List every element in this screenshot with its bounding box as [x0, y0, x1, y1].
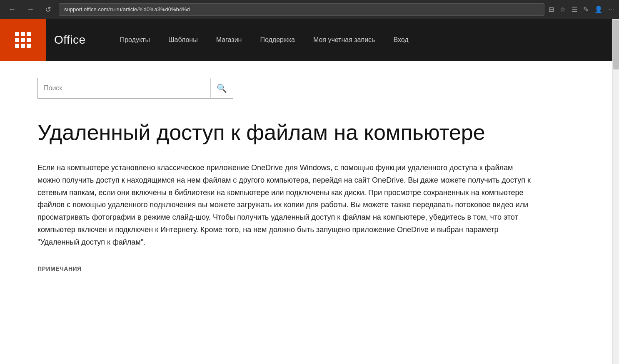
nav-templates[interactable]: Шаблоны — [159, 19, 207, 61]
address-bar[interactable]: support.office.com/ru-ru/article/%d0%a3%… — [59, 3, 544, 16]
scrollbar[interactable] — [612, 19, 619, 364]
browser-chrome: ← → ↺ support.office.com/ru-ru/article/%… — [0, 0, 619, 19]
waffle-dot — [21, 44, 25, 48]
waffle-dot — [15, 38, 19, 42]
nav-my-account[interactable]: Моя учетная запись — [304, 19, 384, 61]
waffle-dot — [15, 32, 19, 36]
waffle-dot — [27, 44, 31, 48]
main-content: 🔍 Удаленный доступ к файлам на компьютер… — [0, 61, 575, 290]
nav-support[interactable]: Поддержка — [251, 19, 304, 61]
search-container: 🔍 — [37, 78, 233, 99]
back-button[interactable]: ← — [5, 3, 19, 15]
search-input[interactable] — [38, 78, 210, 98]
note-label: ПРИМЕЧАНИЯ — [37, 265, 537, 272]
menu-icon[interactable]: ☰ — [572, 5, 577, 13]
bookmark-icon[interactable]: ☆ — [560, 5, 566, 13]
nav-store[interactable]: Магазин — [207, 19, 251, 61]
url-text: support.office.com/ru-ru/article/%d0%a3%… — [64, 6, 190, 12]
search-button[interactable]: 🔍 — [210, 78, 233, 98]
article-body: Если на компьютере установлено классичес… — [37, 162, 537, 248]
browser-toolbar: ⊟ ☆ ☰ ✎ 👤 ··· — [549, 5, 614, 13]
waffle-dot — [21, 32, 25, 36]
office-header: Office Продукты Шаблоны Магазин Поддержк… — [0, 19, 612, 61]
edit-icon[interactable]: ✎ — [583, 5, 589, 13]
waffle-dot — [21, 38, 25, 42]
note-section: ПРИМЕЧАНИЯ — [37, 261, 537, 272]
scrollbar-thumb[interactable] — [613, 20, 619, 69]
waffle-dot — [15, 44, 19, 48]
waffle-grid — [15, 32, 31, 48]
refresh-button[interactable]: ↺ — [42, 3, 55, 16]
more-icon[interactable]: ··· — [609, 5, 614, 13]
article-title: Удаленный доступ к файлам на компьютере — [37, 119, 496, 145]
reader-icon[interactable]: ⊟ — [549, 5, 554, 13]
nav-products[interactable]: Продукты — [111, 19, 159, 61]
logo-area: Office — [0, 19, 86, 61]
search-icon: 🔍 — [217, 83, 227, 93]
office-nav: Продукты Шаблоны Магазин Поддержка Моя у… — [111, 19, 418, 61]
profile-icon[interactable]: 👤 — [594, 5, 603, 13]
waffle-dot — [27, 38, 31, 42]
page-wrapper: Office Продукты Шаблоны Магазин Поддержк… — [0, 19, 612, 290]
nav-signin[interactable]: Вход — [384, 19, 417, 61]
waffle-button[interactable] — [0, 19, 46, 61]
office-title[interactable]: Office — [54, 33, 86, 47]
waffle-dot — [27, 32, 31, 36]
forward-button[interactable]: → — [23, 3, 37, 15]
